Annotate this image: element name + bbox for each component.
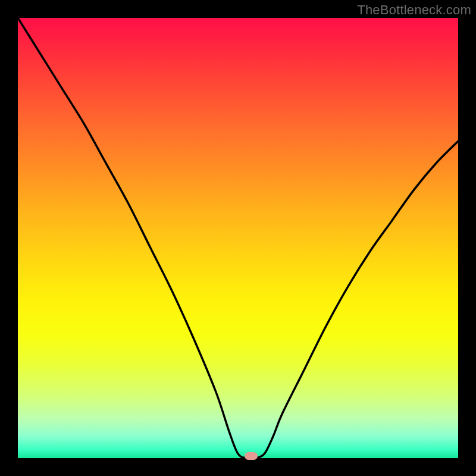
chart-frame: TheBottleneck.com <box>0 0 476 476</box>
plot-area <box>18 18 458 458</box>
optimal-marker <box>245 452 258 460</box>
bottleneck-curve <box>18 18 458 458</box>
watermark-label: TheBottleneck.com <box>357 2 471 18</box>
